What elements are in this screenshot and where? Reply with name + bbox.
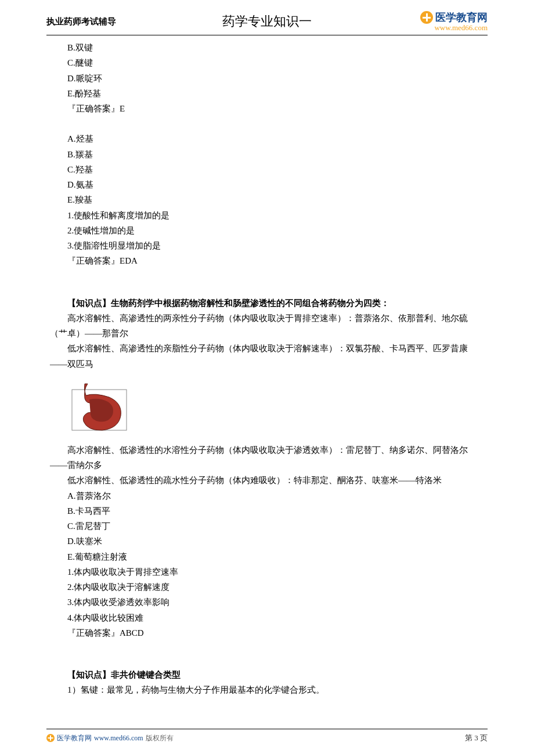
brand-url: www.med66.com	[420, 23, 488, 33]
paragraph-text: 1）氢键：最常见，药物与生物大分子作用最基本的化学键合形式。	[50, 682, 484, 697]
option-text: E.羧基	[50, 192, 484, 207]
question-text: 2.使碱性增加的是	[50, 223, 484, 238]
option-text: B.羰基	[50, 147, 484, 162]
question-text: 2.体内吸收取决于溶解速度	[50, 579, 484, 595]
header-logo-block: 医学教育网 www.med66.com	[420, 10, 488, 33]
option-text: C.醚键	[50, 55, 484, 70]
option-text: A.普萘洛尔	[50, 488, 484, 503]
option-text: B.卡马西平	[50, 503, 484, 519]
question-text: 1.使酸性和解离度增加的是	[50, 208, 484, 223]
footer-url: www.med66.com	[94, 734, 143, 743]
question-text: 3.体内吸收受渗透效率影响	[50, 595, 484, 610]
option-text: D.氨基	[50, 177, 484, 192]
paragraph-text: 低水溶解性、低渗透性的疏水性分子药物（体内难吸收）：特非那定、酮洛芬、呋塞米——…	[50, 473, 484, 488]
header-left-text: 执业药师考试辅导	[46, 16, 116, 27]
page-title: 药学专业知识一	[222, 13, 312, 30]
knowledge-point-title: 【知识点】非共价键键合类型	[50, 667, 484, 682]
answer-line: 『正确答案』EDA	[50, 253, 484, 268]
option-text: E.酚羟基	[50, 86, 484, 101]
option-text: B.双键	[50, 40, 484, 55]
answer-line: 『正确答案』ABCD	[50, 625, 484, 640]
stomach-illustration	[67, 375, 131, 439]
paragraph-text: 低水溶解性、高渗透性的亲脂性分子药物（体内吸收取决于溶解速率）：双氯芬酸、卡马西…	[50, 341, 484, 372]
paragraph-text: 高水溶解性、高渗透性的两亲性分子药物（体内吸收取决于胃排空速率）：普萘洛尔、依那…	[50, 311, 484, 341]
option-text: D.哌啶环	[50, 71, 484, 86]
brand-name: 医学教育网	[435, 10, 488, 24]
question-text: 4.体内吸收比较困难	[50, 610, 484, 625]
option-text: A.烃基	[50, 131, 484, 146]
page-footer: 医学教育网 www.med66.com 版权所有 第 3 页	[46, 729, 488, 743]
paragraph-text: 高水溶解性、低渗透性的水溶性分子药物（体内吸收取决于渗透效率）：雷尼替丁、纳多诺…	[50, 442, 484, 473]
document-body: B.双键 C.醚键 D.哌啶环 E.酚羟基 『正确答案』E A.烃基 B.羰基 …	[46, 40, 488, 698]
page-header: 执业药师考试辅导 药学专业知识一 医学教育网 www.med66.com	[46, 10, 488, 35]
option-text: E.葡萄糖注射液	[50, 549, 484, 564]
option-text: C.羟基	[50, 162, 484, 177]
question-text: 3.使脂溶性明显增加的是	[50, 238, 484, 253]
footer-copyright: 版权所有	[146, 733, 174, 743]
option-text: D.呋塞米	[50, 534, 484, 549]
logo-plus-icon	[46, 734, 55, 742]
answer-line: 『正确答案』E	[50, 101, 484, 116]
page-number: 第 3 页	[465, 733, 488, 743]
question-text: 1.体内吸收取决于胃排空速率	[50, 564, 484, 579]
knowledge-point-title: 【知识点】生物药剂学中根据药物溶解性和肠壁渗透性的不同组合将药物分为四类：	[50, 296, 484, 311]
logo-plus-icon	[420, 11, 433, 24]
footer-brand: 医学教育网	[57, 733, 92, 743]
option-text: C.雷尼替丁	[50, 519, 484, 534]
